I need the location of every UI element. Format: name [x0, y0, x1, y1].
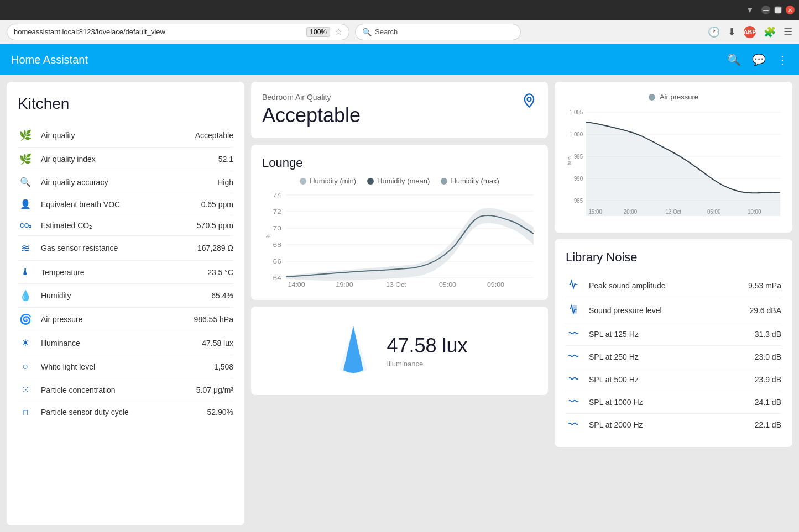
spl-icon — [566, 304, 581, 317]
svg-text:70: 70 — [273, 225, 281, 231]
spl-name: Sound pressure level — [589, 306, 741, 315]
spl-250-icon — [566, 351, 581, 362]
lux-graphic — [331, 320, 375, 381]
co2-name: Estimated CO₂ — [41, 221, 189, 230]
svg-text:05:00: 05:00 — [439, 282, 456, 288]
legend-dot-min — [300, 178, 306, 185]
svg-text:72: 72 — [273, 208, 281, 215]
lounge-card: Lounge Humidity (min) Humidity (mean) Hu… — [251, 145, 548, 300]
svg-text:985: 985 — [574, 198, 583, 204]
spl-500-icon — [566, 374, 581, 385]
browser-toolbar: homeassistant.local:8123/lovelace/defaul… — [0, 20, 799, 44]
spl-500-name: SPL at 500 Hz — [589, 375, 747, 384]
svg-text:1,005: 1,005 — [570, 109, 583, 115]
sensor-row: 🌀 Air pressure 986.55 hPa — [18, 308, 233, 331]
svg-text:hPa: hPa — [567, 156, 572, 165]
address-bar[interactable]: homeassistant.local:8123/lovelace/defaul… — [7, 24, 349, 40]
svg-text:14:00: 14:00 — [288, 282, 305, 288]
breath-voc-name: Equivalent breath VOC — [41, 200, 194, 209]
sensor-row: 🔍 Air quality accuracy High — [18, 171, 233, 193]
library-noise-card: Library Noise Peak sound amplitude 9.53 … — [555, 239, 792, 447]
svg-text:990: 990 — [574, 176, 583, 182]
svg-text:09:00: 09:00 — [487, 282, 504, 288]
illuminance-value: 47.58 lux — [202, 339, 233, 347]
air-quality-index-name: Air quality index — [41, 155, 211, 164]
sensor-row: ≋ Gas sensor resistance 167,289 Ω — [18, 236, 233, 261]
gas-sensor-name: Gas sensor resistance — [41, 244, 190, 252]
svg-text:64: 64 — [273, 275, 281, 281]
air-pressure-icon: 🌀 — [18, 313, 33, 325]
svg-text:10:00: 10:00 — [748, 209, 761, 215]
air-quality-icon: 🌿 — [18, 129, 33, 141]
lux-label: Illuminance — [387, 360, 467, 368]
menu-icon[interactable]: ☰ — [784, 26, 792, 38]
middle-panel: Bedroom Air Quality Acceptable Lounge Hu… — [251, 82, 548, 525]
noise-row: SPL at 2000 Hz 22.1 dB — [566, 414, 781, 436]
peak-sound-value: 9.53 mPa — [748, 281, 781, 290]
lounge-chart-area: 74 72 70 68 66 64 — [262, 189, 537, 289]
chat-icon[interactable]: 💬 — [752, 53, 766, 66]
humidity-name: Humidity — [41, 291, 203, 300]
zoom-badge: 100% — [306, 27, 330, 37]
sensor-row: 🌡 Temperature 23.5 °C — [18, 261, 233, 284]
air-quality-accuracy-value: High — [217, 178, 233, 187]
lounge-chart-svg: 74 72 70 68 66 64 — [262, 189, 537, 289]
gas-sensor-icon: ≋ — [18, 241, 33, 255]
spl-1000-icon — [566, 397, 581, 408]
search-bar[interactable]: 🔍 Search — [355, 24, 521, 40]
spl-2000-value: 22.1 dB — [755, 420, 781, 429]
illuminance-name: Illuminance — [41, 339, 194, 347]
adblock-badge[interactable]: ABP — [744, 26, 756, 38]
bedroom-aq-card: Bedroom Air Quality Acceptable — [251, 82, 548, 138]
sensor-row: ☀ Illuminance 47.58 lux — [18, 331, 233, 355]
legend-dot-mean — [367, 178, 374, 185]
kitchen-title: Kitchen — [18, 95, 233, 113]
legend-humidity-min: Humidity (min) — [300, 177, 356, 185]
bedroom-aq-title: Acceptable — [262, 104, 537, 127]
particle-conc-name: Particle concentration — [41, 386, 189, 394]
peak-sound-name: Peak sound amplitude — [589, 281, 740, 290]
app-header: Home Assistant 🔍 💬 ⋮ — [0, 44, 799, 75]
sensor-row: ○ White light level 1,508 — [18, 355, 233, 378]
window-close-button[interactable]: ✕ — [786, 6, 795, 14]
particle-duty-name: Particle sensor duty cycle — [41, 408, 200, 417]
bookmark-icon[interactable]: ☆ — [335, 27, 342, 37]
air-quality-index-value: 52.1 — [218, 155, 233, 164]
air-pressure-name: Air pressure — [41, 315, 186, 324]
spl-125-value: 31.3 dB — [755, 330, 781, 339]
library-noise-title: Library Noise — [566, 250, 781, 265]
lux-text-group: 47.58 lux Illuminance — [387, 334, 467, 368]
humidity-icon: 💧 — [18, 289, 33, 302]
lux-icon-svg — [331, 320, 375, 381]
download-icon[interactable]: ⬇ — [728, 26, 736, 38]
illuminance-content: 47.58 lux Illuminance — [331, 320, 467, 381]
more-options-icon[interactable]: ⋮ — [777, 53, 788, 66]
window-minimize-button[interactable]: — — [761, 6, 770, 14]
search-header-icon[interactable]: 🔍 — [727, 53, 741, 66]
sensor-row: 🌿 Air quality index 52.1 — [18, 148, 233, 171]
spl-1000-name: SPL at 1000 Hz — [589, 398, 747, 407]
app-title: Home Assistant — [11, 54, 718, 66]
sensor-row: 👤 Equivalent breath VOC 0.65 ppm — [18, 193, 233, 215]
temperature-icon: 🌡 — [18, 266, 33, 278]
spl-2000-name: SPL at 2000 Hz — [589, 420, 747, 429]
search-icon: 🔍 — [362, 28, 372, 36]
history-icon[interactable]: 🕐 — [708, 26, 720, 38]
kitchen-panel: Kitchen 🌿 Air quality Acceptable 🌿 Air q… — [7, 82, 244, 525]
svg-text:13 Oct: 13 Oct — [666, 209, 682, 215]
spl-1000-value: 24.1 dB — [755, 398, 781, 407]
temperature-value: 23.5 °C — [207, 268, 233, 277]
browser-titlebar: ▼ — ⬜ ✕ — [0, 0, 799, 20]
particle-conc-value: 5.07 μg/m³ — [196, 386, 233, 394]
noise-row: SPL at 125 Hz 31.3 dB — [566, 323, 781, 346]
header-icons: 🔍 💬 ⋮ — [727, 53, 788, 66]
illuminance-card: 47.58 lux Illuminance — [251, 307, 548, 395]
lux-value: 47.58 lux — [387, 334, 467, 357]
extensions-icon[interactable]: 🧩 — [764, 26, 776, 38]
sensor-row: ⊓ Particle sensor duty cycle 52.90% — [18, 402, 233, 422]
window-maximize-button[interactable]: ⬜ — [774, 6, 782, 14]
spl-value: 29.6 dBA — [749, 306, 781, 315]
legend-label-mean: Humidity (mean) — [377, 177, 430, 185]
svg-text:995: 995 — [574, 154, 583, 160]
legend-label-max: Humidity (max) — [451, 177, 499, 185]
